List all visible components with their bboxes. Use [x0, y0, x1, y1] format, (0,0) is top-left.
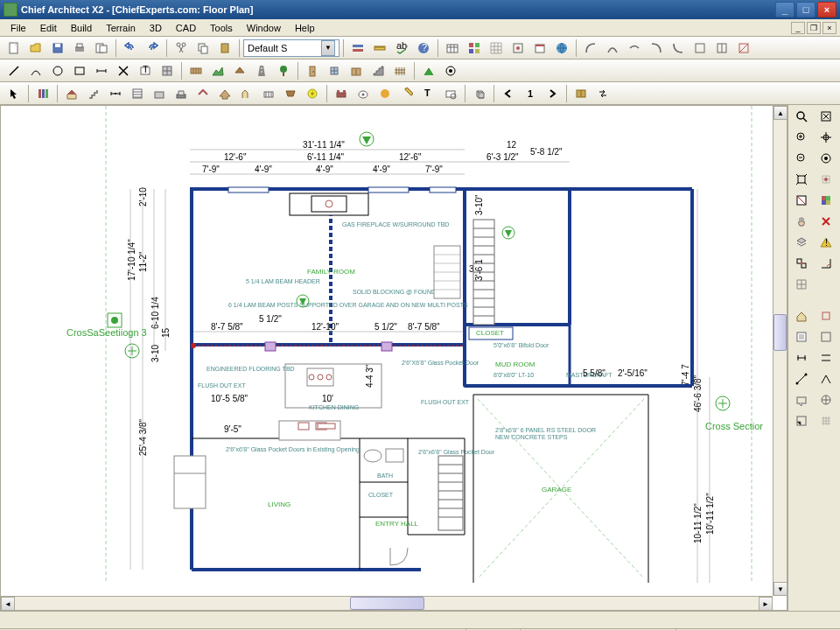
- menu-build[interactable]: Build: [64, 21, 99, 35]
- menu-file[interactable]: File: [4, 21, 33, 35]
- arc-button[interactable]: [580, 38, 601, 58]
- arc5-button[interactable]: [668, 38, 689, 58]
- dim-icon[interactable]: [105, 84, 126, 103]
- ruler-dim-icon[interactable]: [396, 84, 417, 103]
- snap-grid-tool[interactable]: [815, 170, 837, 189]
- menu-tools[interactable]: Tools: [203, 21, 240, 35]
- snap-angle-tool[interactable]: [815, 254, 837, 273]
- scroll-up-button[interactable]: ▲: [774, 106, 788, 120]
- target-tool[interactable]: [815, 149, 837, 168]
- next-button[interactable]: [542, 84, 563, 103]
- snap-object-tool[interactable]: [790, 254, 813, 273]
- scroll-v-track[interactable]: [774, 120, 787, 582]
- expand-tool[interactable]: [790, 170, 813, 189]
- rt-layout[interactable]: [790, 327, 813, 346]
- grid-button[interactable]: [486, 38, 507, 58]
- platform-icon[interactable]: [149, 84, 170, 103]
- window-tool[interactable]: [324, 61, 345, 80]
- furniture-icon[interactable]: [331, 84, 352, 103]
- rt-plan[interactable]: [790, 411, 813, 430]
- scroll-v-thumb[interactable]: [774, 314, 787, 351]
- floor-icon[interactable]: [127, 84, 148, 103]
- mdi-close[interactable]: ×: [822, 22, 836, 34]
- dimension-tool[interactable]: [91, 61, 112, 80]
- mdi-restore[interactable]: ❐: [807, 22, 821, 34]
- rt-window[interactable]: [815, 306, 837, 326]
- menu-window[interactable]: Window: [240, 21, 288, 35]
- save-button[interactable]: [47, 38, 68, 58]
- fence-tool[interactable]: [389, 61, 410, 80]
- scroll-left-button[interactable]: ◄: [1, 597, 15, 611]
- hand-tool[interactable]: [790, 212, 813, 231]
- arc2-button[interactable]: [602, 38, 623, 58]
- rt-dim[interactable]: [790, 348, 813, 368]
- block-tool[interactable]: [157, 61, 178, 80]
- roof-tool[interactable]: [229, 61, 250, 80]
- detail-icon[interactable]: [440, 84, 461, 103]
- chevron-down-icon[interactable]: ▼: [321, 40, 335, 56]
- layer-display-button[interactable]: [347, 38, 368, 58]
- zoom-in-tool[interactable]: [790, 128, 813, 147]
- rect-tool[interactable]: [69, 61, 90, 80]
- ceiling-icon[interactable]: [280, 84, 301, 103]
- rt-cad[interactable]: [790, 369, 813, 388]
- stairs-icon[interactable]: [83, 84, 104, 103]
- scroll-h-thumb[interactable]: [350, 597, 424, 610]
- calendar-button[interactable]: [529, 38, 550, 58]
- rt-cad2[interactable]: [815, 369, 837, 388]
- snap-button[interactable]: [508, 38, 528, 58]
- open-file-button[interactable]: [25, 38, 46, 58]
- warning-tool[interactable]: !: [815, 233, 837, 252]
- circle-tool[interactable]: [47, 61, 68, 80]
- library-button[interactable]: [32, 84, 53, 103]
- foundation-icon[interactable]: [171, 84, 192, 103]
- print-preview-button[interactable]: [91, 38, 112, 58]
- swap-icon[interactable]: [592, 84, 613, 103]
- maximize-button[interactable]: □: [796, 2, 816, 18]
- materials-button[interactable]: [464, 38, 485, 58]
- zoom-tool[interactable]: [790, 107, 813, 126]
- scroll-right-button[interactable]: ►: [759, 597, 773, 611]
- minimize-button[interactable]: _: [775, 2, 794, 18]
- stairs-tool[interactable]: [368, 61, 388, 80]
- copy-button[interactable]: [192, 38, 214, 58]
- fill-window-tool[interactable]: [815, 107, 837, 126]
- rt-dim2[interactable]: [815, 348, 837, 368]
- close-button[interactable]: ×: [817, 2, 836, 18]
- horizontal-scrollbar[interactable]: ◄ ►: [1, 596, 773, 610]
- build-roof-icon[interactable]: [214, 84, 235, 103]
- house-icon[interactable]: [61, 84, 82, 103]
- box2-button[interactable]: [711, 38, 732, 58]
- redo-button[interactable]: [142, 38, 163, 58]
- prev-button[interactable]: [498, 84, 519, 103]
- fixtures-icon[interactable]: [353, 84, 374, 103]
- mdi-minimize[interactable]: _: [791, 22, 805, 34]
- library-browser-button[interactable]: [790, 306, 813, 326]
- crosshair-tool[interactable]: [815, 128, 837, 147]
- schedule-button[interactable]: [442, 38, 463, 58]
- new-file-button[interactable]: [4, 38, 24, 58]
- camera-tool[interactable]: [418, 61, 439, 80]
- rt-detail[interactable]: [815, 327, 837, 346]
- spell-check-button[interactable]: abc: [391, 38, 412, 58]
- cabinet-tool[interactable]: [346, 61, 367, 80]
- terrain-tool[interactable]: [207, 61, 228, 80]
- rt-note[interactable]: [790, 390, 813, 410]
- reference-icon[interactable]: [570, 84, 592, 103]
- paste-button[interactable]: [214, 38, 235, 58]
- color-off-tool[interactable]: [790, 191, 813, 210]
- layer-set-combo[interactable]: Default S ▼: [243, 39, 340, 57]
- cut-button[interactable]: [171, 38, 192, 58]
- blank-rt1[interactable]: [815, 275, 837, 294]
- door-tool[interactable]: [302, 61, 323, 80]
- menu-help[interactable]: Help: [288, 21, 322, 35]
- help-button[interactable]: ?: [413, 38, 434, 58]
- dormer-icon[interactable]: [236, 84, 257, 103]
- box-button[interactable]: [690, 38, 710, 58]
- globe-button[interactable]: [551, 38, 572, 58]
- menu-3d[interactable]: 3D: [143, 21, 169, 35]
- cube-icon[interactable]: [469, 84, 490, 103]
- menu-terrain[interactable]: Terrain: [99, 21, 143, 35]
- text-tool[interactable]: T: [135, 61, 156, 80]
- floor-1-icon[interactable]: 1: [520, 84, 541, 103]
